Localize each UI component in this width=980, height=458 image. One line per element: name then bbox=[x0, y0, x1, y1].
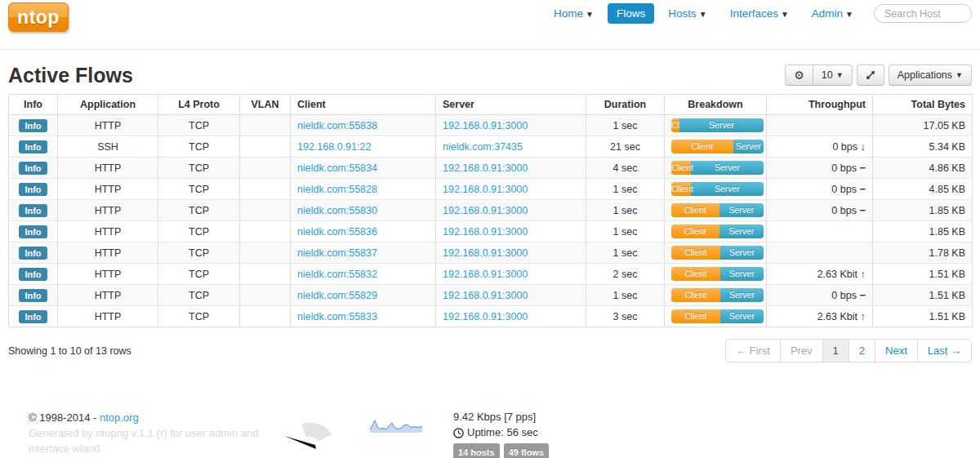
server-link[interactable]: 192.168.0.91:3000 bbox=[443, 205, 528, 216]
column-header-throughput[interactable]: Throughput bbox=[767, 95, 873, 115]
client-link[interactable]: nieldk.com:55828 bbox=[297, 184, 377, 195]
gauge-image bbox=[282, 411, 341, 458]
total-bytes-cell: 1.78 KB bbox=[873, 242, 973, 264]
info-button[interactable]: Info bbox=[19, 162, 47, 175]
caret-down-icon: ▼ bbox=[781, 10, 789, 19]
column-header-l4-proto[interactable]: L4 Proto bbox=[158, 95, 240, 115]
interface-text: interface wlan0 bbox=[29, 441, 274, 456]
throughput-rate-text: 9.42 Kbps [7 pps] bbox=[453, 410, 549, 425]
vlan-cell bbox=[240, 221, 291, 242]
info-button[interactable]: Info bbox=[19, 225, 47, 238]
fullscreen-button[interactable] bbox=[857, 64, 884, 86]
application-cell: HTTP bbox=[58, 115, 158, 136]
info-button[interactable]: Info bbox=[19, 140, 47, 153]
total-bytes-cell: 1.85 KB bbox=[873, 200, 973, 221]
info-button[interactable]: Info bbox=[19, 310, 47, 323]
application-cell: SSH bbox=[58, 136, 158, 158]
client-link[interactable]: 192.168.0.91:22 bbox=[297, 141, 371, 153]
header-divider bbox=[0, 49, 980, 50]
server-link[interactable]: 192.168.0.91:3000 bbox=[443, 226, 528, 238]
flows-count-badge: 49 flows bbox=[504, 443, 549, 458]
duration-cell: 2 sec bbox=[586, 264, 665, 285]
vlan-cell bbox=[240, 285, 291, 306]
table-row: Info HTTP TCP nieldk.com:55836 192.168.0… bbox=[9, 221, 973, 242]
info-button[interactable]: Info bbox=[19, 268, 47, 281]
prev-page-button[interactable]: Prev bbox=[780, 339, 823, 362]
trend-icon: − bbox=[859, 204, 866, 216]
flows-table-head-row: InfoApplicationL4 ProtoVLANClientServerD… bbox=[9, 95, 973, 115]
duration-cell: 4 sec bbox=[586, 158, 665, 179]
column-header-vlan[interactable]: VLAN bbox=[240, 95, 291, 115]
nav-item-admin[interactable]: Admin▼ bbox=[803, 3, 862, 24]
server-link[interactable]: 192.168.0.91:3000 bbox=[443, 184, 528, 195]
info-button[interactable]: Info bbox=[19, 183, 47, 196]
table-row: Info HTTP TCP nieldk.com:55838 192.168.0… bbox=[9, 115, 973, 136]
column-header-info[interactable]: Info bbox=[9, 95, 58, 115]
client-link[interactable]: nieldk.com:55833 bbox=[297, 311, 377, 322]
next-page-button[interactable]: Next bbox=[875, 339, 918, 362]
info-button[interactable]: Info bbox=[19, 204, 47, 217]
duration-cell: 1 sec bbox=[586, 242, 665, 264]
nav-item-hosts[interactable]: Hosts▼ bbox=[659, 3, 715, 24]
info-button[interactable]: Info bbox=[19, 289, 47, 302]
breakdown-server-bar: Server bbox=[733, 140, 764, 153]
client-link[interactable]: nieldk.com:55829 bbox=[297, 290, 377, 301]
applications-dropdown[interactable]: Applications▼ bbox=[889, 64, 972, 86]
page-2-button[interactable]: 2 bbox=[849, 339, 875, 362]
first-page-button[interactable]: ← First bbox=[725, 339, 781, 362]
last-page-button[interactable]: Last → bbox=[917, 339, 972, 362]
pagination: ← First Prev 1 2 Next Last → bbox=[725, 339, 972, 362]
column-header-total-bytes[interactable]: Total Bytes bbox=[873, 95, 973, 115]
trend-icon: − bbox=[859, 162, 866, 174]
server-link[interactable]: 192.168.0.91:3000 bbox=[443, 247, 528, 259]
table-row: Info HTTP TCP nieldk.com:55834 192.168.0… bbox=[9, 158, 973, 179]
application-cell: HTTP bbox=[58, 264, 158, 285]
breakdown-server-bar: Server bbox=[719, 225, 764, 238]
client-link[interactable]: nieldk.com:55830 bbox=[297, 205, 377, 216]
nav-item-interfaces[interactable]: Interfaces▼ bbox=[721, 3, 798, 24]
nav-item-flows[interactable]: Flows bbox=[608, 3, 654, 24]
client-link[interactable]: nieldk.com:55834 bbox=[297, 162, 377, 174]
column-header-client[interactable]: Client bbox=[291, 95, 436, 115]
client-link[interactable]: nieldk.com:55836 bbox=[297, 226, 377, 238]
server-link[interactable]: nieldk.com:37435 bbox=[443, 141, 523, 153]
throughput-cell: 2.63 Kbit ↑ bbox=[767, 264, 873, 285]
breakdown-server-bar: Server bbox=[691, 161, 764, 175]
server-link[interactable]: 192.168.0.91:3000 bbox=[443, 311, 528, 322]
server-link[interactable]: 192.168.0.91:3000 bbox=[443, 269, 528, 280]
table-row: Info HTTP TCP nieldk.com:55837 192.168.0… bbox=[9, 242, 973, 264]
client-link[interactable]: nieldk.com:55837 bbox=[297, 247, 377, 259]
settings-button[interactable]: ⚙ bbox=[785, 64, 813, 86]
throughput-cell: 0 bps − bbox=[767, 285, 873, 306]
column-header-duration[interactable]: Duration bbox=[586, 95, 665, 115]
breakdown-client-bar: Client bbox=[671, 267, 720, 281]
breakdown-client-bar: Client bbox=[671, 225, 719, 238]
page-1-button[interactable]: 1 bbox=[822, 339, 849, 362]
duration-cell: 1 sec bbox=[586, 115, 665, 136]
ntop-logo[interactable]: ntop bbox=[8, 2, 69, 32]
vlan-cell bbox=[240, 306, 291, 327]
application-cell: HTTP bbox=[58, 285, 158, 306]
client-link[interactable]: nieldk.com:55832 bbox=[297, 269, 377, 280]
duration-cell: 1 sec bbox=[586, 285, 665, 306]
caret-down-icon: ▼ bbox=[586, 10, 594, 19]
breakdown-bar: Client Server bbox=[671, 140, 764, 153]
nav-item-home[interactable]: Home▼ bbox=[545, 3, 603, 24]
search-host-input[interactable] bbox=[874, 4, 972, 23]
server-link[interactable]: 192.168.0.91:3000 bbox=[443, 120, 528, 131]
column-header-server[interactable]: Server bbox=[436, 95, 586, 115]
server-link[interactable]: 192.168.0.91:3000 bbox=[443, 162, 528, 174]
ntop-org-link[interactable]: ntop.org bbox=[100, 411, 139, 424]
rows-per-page-dropdown[interactable]: 10▼ bbox=[813, 64, 853, 86]
info-button[interactable]: Info bbox=[19, 119, 47, 132]
column-header-application[interactable]: Application bbox=[58, 95, 158, 115]
total-bytes-cell: 4.86 KB bbox=[873, 158, 973, 179]
breakdown-bar: Client Server bbox=[671, 309, 764, 323]
vlan-cell bbox=[240, 242, 291, 264]
column-header-breakdown[interactable]: Breakdown bbox=[665, 95, 767, 115]
client-link[interactable]: nieldk.com:55838 bbox=[297, 120, 377, 131]
info-button[interactable]: Info bbox=[19, 247, 47, 260]
server-link[interactable]: 192.168.0.91:3000 bbox=[443, 290, 528, 301]
table-row: Info HTTP TCP nieldk.com:55830 192.168.0… bbox=[9, 200, 973, 221]
total-bytes-cell: 17.05 KB bbox=[873, 115, 973, 136]
